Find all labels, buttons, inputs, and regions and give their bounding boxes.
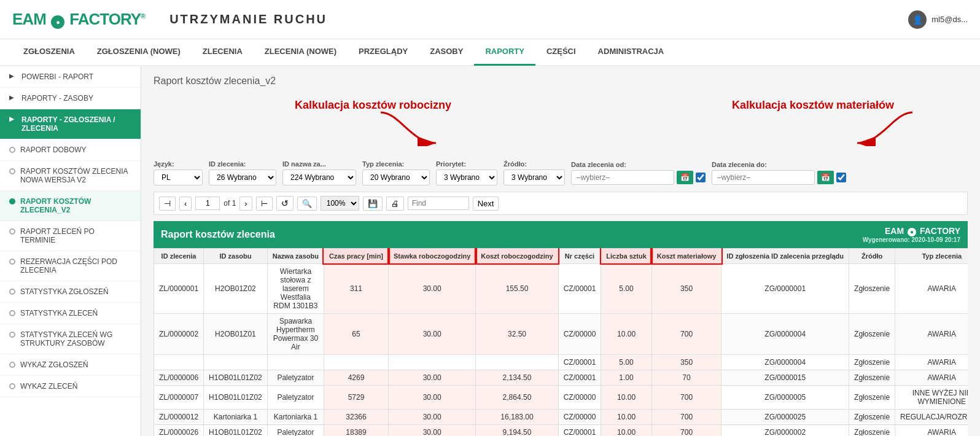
next-page-button[interactable]: › (239, 197, 252, 211)
chevron-right-icon: ▶ (9, 72, 14, 79)
data-od-input[interactable] (571, 170, 674, 185)
calendar-od-button[interactable]: 📅 (677, 171, 693, 184)
page-number-input[interactable] (195, 197, 220, 210)
filter-priorytet: Priorytet: 3 Wybrano (436, 160, 497, 185)
sidebar-item-raport-zlecen[interactable]: RAPORT ZLECEŃ PO TERMINIE (0, 221, 141, 251)
table-cell: 30.00 (389, 313, 476, 354)
nav-przeglady[interactable]: PRZEGLĄDY (348, 39, 419, 66)
zoom-select[interactable]: 100% 75% 50% 150% (321, 196, 359, 211)
col-id-zasobu: ID zasobu (204, 248, 268, 263)
filter-priorytet-label: Priorytet: (436, 160, 497, 168)
table-cell: INNE WYŻEJ NIE WYMIENIONE (895, 385, 968, 409)
dot-icon (9, 289, 15, 295)
table-cell: 700 (651, 424, 721, 436)
filter-data-od: Data zlecenia od: 📅 (571, 161, 706, 185)
find-input[interactable] (408, 197, 469, 210)
sidebar-label: STATYSTYKA ZGŁOSZEŃ (20, 287, 109, 296)
sidebar-item-raport-dobowy[interactable]: RAPORT DOBOWY (0, 139, 141, 161)
layout: ▶ POWERBI - RAPORT ▶ RAPORTY - ZASOBY ▶ … (0, 66, 980, 436)
table-cell: Zgłoszenie (849, 263, 895, 313)
table-row: ZL/0000001H2OB01Z02Wiertarka stołowa z l… (154, 263, 968, 313)
nav-czesci[interactable]: CZĘŚCI (535, 39, 587, 66)
sidebar-item-powerbi[interactable]: ▶ POWERBI - RAPORT (0, 66, 141, 88)
id-zlecenia-select[interactable]: 26 Wybrano (209, 169, 276, 185)
logo-circle: ● (51, 15, 64, 29)
table-cell: ZG/0000015 (721, 370, 849, 385)
filter-id-nazwa-label: ID nazwa za... (282, 160, 356, 168)
sidebar-item-raport-kosztow-nowa[interactable]: RAPORT KOSZTÓW ZLECENIA NOWA WERSJA V2 (0, 161, 141, 191)
arrow-left-icon (375, 109, 448, 146)
data-do-input[interactable] (712, 170, 815, 185)
table-cell: H1OB01L01Z02 (204, 385, 268, 409)
refresh-button[interactable]: ↺ (276, 196, 294, 211)
table-cell: CZ/00000 (558, 409, 601, 424)
table-cell: ZL/0000001 (154, 263, 204, 313)
sidebar-item-statystyka-zlecen[interactable]: STATYSTYKA ZLECEŃ (0, 303, 141, 324)
sidebar: ▶ POWERBI - RAPORT ▶ RAPORTY - ZASOBY ▶ … (0, 66, 141, 436)
table-cell: ZG/0000002 (721, 424, 849, 436)
col-zrodlo: Źródło (849, 248, 895, 263)
sidebar-item-wykaz-zlecen[interactable]: WYKAZ ZLECEŃ (0, 376, 141, 397)
print-button[interactable]: 🖨 (386, 197, 404, 211)
filter-data-od-label: Data zlecenia od: (571, 161, 706, 168)
table-cell: CZ/00001 (558, 424, 601, 436)
filter-data-do-label: Data zlecenia do: (712, 161, 846, 168)
date-do-row: 📅 (712, 170, 846, 185)
sidebar-item-raport-kosztow-v2[interactable]: RAPORT KOSZTÓW ZLECENIA_V2 (0, 191, 141, 221)
sidebar-item-statystyka-zgloszen[interactable]: STATYSTYKA ZGŁOSZEŃ (0, 281, 141, 303)
last-page-button[interactable]: ⊢ (256, 197, 273, 211)
table-cell: 30.00 (389, 424, 476, 436)
sidebar-label: RAPORT ZLECEŃ PO TERMINIE (20, 227, 131, 244)
nav-zasoby[interactable]: ZASOBY (419, 39, 474, 66)
sidebar-item-rezerwacja[interactable]: REZERWACJA CZĘŚCI POD ZLECENIA (0, 251, 141, 281)
nav-zgloszenia-nowe[interactable]: ZGŁOSZENIA (NOWE) (86, 39, 192, 66)
sidebar-label: RAPORT KOSZTÓW ZLECENIA_V2 (20, 197, 131, 214)
table-cell: AWARIA (895, 370, 968, 385)
nav-zlecenia[interactable]: ZLECENIA (192, 39, 254, 66)
find-next-button[interactable]: Next (473, 197, 499, 211)
nav-administracja[interactable]: ADMINISTRACJA (587, 39, 675, 66)
report-generated: Wygenerowano: 2020-10-09 20:17 (863, 236, 960, 243)
user-menu[interactable]: 👤 ml5@ds... (908, 10, 968, 29)
sidebar-item-statystyka-zlecen-struktura[interactable]: STATYSTYKA ZLECEŃ WG STRUKTURY ZASOBÓW (0, 324, 141, 354)
chevron-right-icon: ▶ (9, 94, 14, 101)
calendar-do-button[interactable]: 📅 (817, 171, 834, 184)
data-od-checkbox[interactable] (696, 173, 706, 182)
report-toolbar: ⊣ ‹ of 1 › ⊢ ↺ 🔍 100% 75% 50% 150% 💾 🖨 N… (154, 192, 968, 215)
table-cell: Kartoniarka 1 (204, 409, 268, 424)
table-cell: 5.00 (601, 354, 651, 370)
report-logo-area: EAM ● FACTORY Wygenerowano: 2020-10-09 2… (863, 226, 960, 243)
table-cell: ZG/0000004 (721, 313, 849, 354)
table-row: ZL/0000026H1OB01L01Z02Paletyzator1838930… (154, 424, 968, 436)
dot-icon (9, 383, 15, 389)
prev-page-button[interactable]: ‹ (179, 197, 192, 211)
print-preview-button[interactable]: 🔍 (297, 197, 317, 211)
zrodlo-select[interactable]: 3 Wybrano (504, 169, 565, 185)
table-row: ZL/0000006H1OB01L01Z02Paletyzator426930.… (154, 370, 968, 385)
table-cell: 65 (324, 313, 388, 354)
table-cell (476, 354, 558, 370)
save-button[interactable]: 💾 (363, 197, 383, 211)
first-page-button[interactable]: ⊣ (159, 197, 176, 211)
table-row: ZL/0000007H1OB01L01Z02Paletyzator572930.… (154, 385, 968, 409)
nav-zlecenia-nowe[interactable]: ZLECENIA (NOWE) (254, 39, 348, 66)
nav-zgloszenia[interactable]: ZGŁOSZENIA (12, 39, 86, 66)
data-do-checkbox[interactable] (836, 173, 846, 182)
sidebar-item-wykaz-zgloszen[interactable]: WYKAZ ZGŁOSZEŃ (0, 354, 141, 376)
dot-icon (9, 259, 15, 265)
typ-select[interactable]: 20 Wybrano (362, 169, 430, 185)
logo-eam: EAM ● FACTORY® (12, 10, 145, 29)
table-cell: 700 (651, 385, 721, 409)
table-cell: 350 (651, 263, 721, 313)
priorytet-select[interactable]: 3 Wybrano (436, 169, 497, 185)
nav-raporty[interactable]: RAPORTY (474, 39, 535, 66)
table-cell: ZL/0000012 (154, 409, 204, 424)
table-cell: AWARIA (895, 424, 968, 436)
dot-icon (9, 228, 15, 235)
jezyk-select[interactable]: PL (154, 169, 203, 185)
main-content: Raport kosztów zlecenia_v2 Kalkulacja ko… (141, 66, 980, 436)
sidebar-item-raporty-zgloszenia[interactable]: ▶ RAPORTY - ZGŁOSZENIA / ZLECENIA (0, 109, 141, 139)
report-table: ID zlecenia ID zasobu Nazwa zasobu Czas … (154, 248, 968, 437)
id-nazwa-select[interactable]: 224 Wybrano (282, 169, 356, 185)
sidebar-item-raporty-zasoby[interactable]: ▶ RAPORTY - ZASOBY (0, 88, 141, 109)
